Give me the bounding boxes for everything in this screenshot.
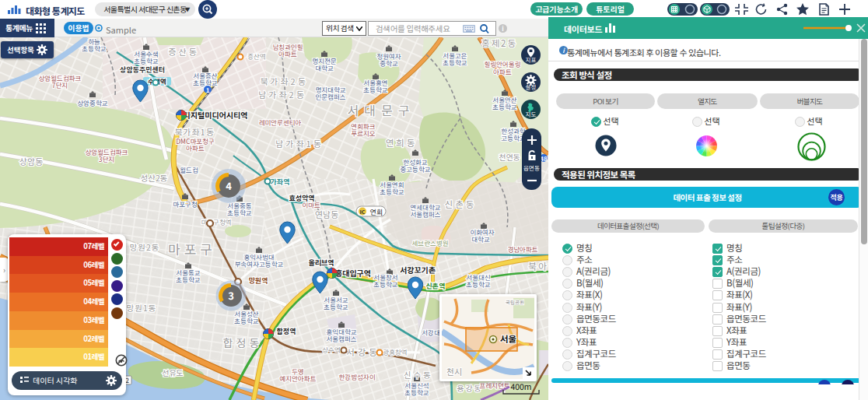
svg-text:3단지: 3단지 xyxy=(99,154,114,163)
svg-text:한강밤섬자이: 한강밤섬자이 xyxy=(339,372,376,381)
svg-text:효성악역: 효성악역 xyxy=(289,193,314,203)
svg-text:초등학교: 초등학교 xyxy=(466,279,490,289)
svg-text:신수동: 신수동 xyxy=(404,369,433,381)
svg-text:초등학교: 초등학교 xyxy=(234,316,258,325)
svg-text:북아: 북아 xyxy=(528,259,548,272)
svg-text:상암중학교: 상암중학교 xyxy=(77,98,107,107)
svg-text:초등학교: 초등학교 xyxy=(404,388,429,397)
svg-text:망원1동: 망원1동 xyxy=(127,302,157,314)
svg-text:서강동: 서강동 xyxy=(346,346,380,358)
svg-text:초등학교: 초등학교 xyxy=(443,58,467,67)
svg-text:성산2동: 성산2동 xyxy=(141,172,168,184)
svg-text:7단지: 7단지 xyxy=(52,80,68,89)
svg-text:대학교: 대학교 xyxy=(471,234,490,244)
svg-text:초등학교: 초등학교 xyxy=(324,302,348,311)
svg-text:대학교: 대학교 xyxy=(315,63,334,72)
svg-text:초등학교: 초등학교 xyxy=(380,187,404,196)
svg-text:마포구청: 마포구청 xyxy=(173,199,197,209)
svg-text:4: 4 xyxy=(226,178,232,193)
svg-text:초등학교: 초등학교 xyxy=(227,208,251,217)
svg-text:남가좌2동: 남가좌2동 xyxy=(258,88,306,100)
svg-text:선유도: 선유도 xyxy=(162,367,184,378)
svg-text:신촌역: 신촌역 xyxy=(426,281,446,291)
svg-text:국립공원: 국립공원 xyxy=(506,298,524,306)
svg-text:상암동: 상암동 xyxy=(19,155,43,167)
svg-text:부속여자고등학교: 부속여자고등학교 xyxy=(235,259,284,268)
svg-text:합정역: 합정역 xyxy=(277,326,296,336)
svg-text:중고등학교: 중고등학교 xyxy=(400,164,430,174)
svg-text:북가좌2동: 북가좌2동 xyxy=(260,75,308,87)
svg-text:올리브역: 올리브역 xyxy=(308,258,334,268)
svg-text:상암동주민센터: 상암동주민센터 xyxy=(120,65,165,75)
svg-text:레미안루센티아: 레미안루센티아 xyxy=(259,118,302,127)
svg-text:디지털미디어시티역: 디지털미디어시티역 xyxy=(184,109,248,121)
svg-text:아파트: 아파트 xyxy=(186,143,205,153)
svg-text:서울캠퍼스: 서울캠퍼스 xyxy=(410,209,440,219)
svg-text:홍대입구역: 홍대입구역 xyxy=(335,267,371,279)
svg-text:가좌역: 가좌역 xyxy=(271,177,290,187)
svg-text:홍제2동: 홍제2동 xyxy=(481,37,517,49)
svg-text:증산동: 증산동 xyxy=(168,45,198,58)
svg-text:IC: IC xyxy=(360,208,366,216)
svg-text:망원역: 망원역 xyxy=(249,275,268,286)
svg-text:중학교: 중학교 xyxy=(380,58,398,68)
svg-text:광흥창역: 광흥창역 xyxy=(383,347,407,356)
svg-text:연남동: 연남동 xyxy=(315,208,338,220)
svg-text:연희동: 연희동 xyxy=(386,136,418,149)
svg-text:초등학교: 초등학교 xyxy=(373,279,397,289)
svg-text:푸르지오: 푸르지오 xyxy=(351,128,375,138)
svg-text:천시: 천시 xyxy=(446,365,462,377)
svg-text:월드컵: 월드컵 xyxy=(180,165,198,174)
svg-text:아파트: 아파트 xyxy=(493,67,512,76)
svg-text:남가좌1동: 남가좌1동 xyxy=(275,137,324,149)
svg-text:서강꼬기촌: 서강꼬기촌 xyxy=(400,264,436,275)
svg-text:경남아파트: 경남아파트 xyxy=(507,244,537,254)
svg-text:인문캠퍼스: 인문캠퍼스 xyxy=(315,92,345,101)
svg-text:상수역: 상수역 xyxy=(322,345,340,354)
svg-text:초등학교: 초등학교 xyxy=(82,44,106,53)
svg-text:초등학교: 초등학교 xyxy=(492,102,516,111)
svg-text:망원2동: 망원2동 xyxy=(130,241,160,253)
svg-text:3: 3 xyxy=(228,288,234,303)
svg-text:마포구청역: 마포구청역 xyxy=(201,217,231,226)
svg-text:증산역: 증산역 xyxy=(247,51,265,61)
svg-text:신촌동: 신촌동 xyxy=(445,198,477,210)
svg-text:합정동: 합정동 xyxy=(223,335,263,350)
svg-text:아파트: 아파트 xyxy=(278,49,297,58)
svg-text:연희: 연희 xyxy=(370,207,383,217)
svg-text:세브란스병원: 세브란스병원 xyxy=(412,238,449,247)
svg-text:천연동: 천연동 xyxy=(499,151,520,163)
svg-text:1: 1 xyxy=(206,86,210,94)
svg-text:서대문구: 서대문구 xyxy=(348,100,415,119)
svg-text:마포구: 마포구 xyxy=(168,239,216,258)
svg-text:예지안아파트: 예지안아파트 xyxy=(280,374,317,383)
svg-text:서강대: 서강대 xyxy=(422,328,439,337)
svg-text:초등학교: 초등학교 xyxy=(176,275,200,284)
svg-text:서울: 서울 xyxy=(500,332,517,345)
svg-text:서울캠퍼스: 서울캠퍼스 xyxy=(326,334,356,343)
svg-text:초등학교: 초등학교 xyxy=(363,85,387,94)
